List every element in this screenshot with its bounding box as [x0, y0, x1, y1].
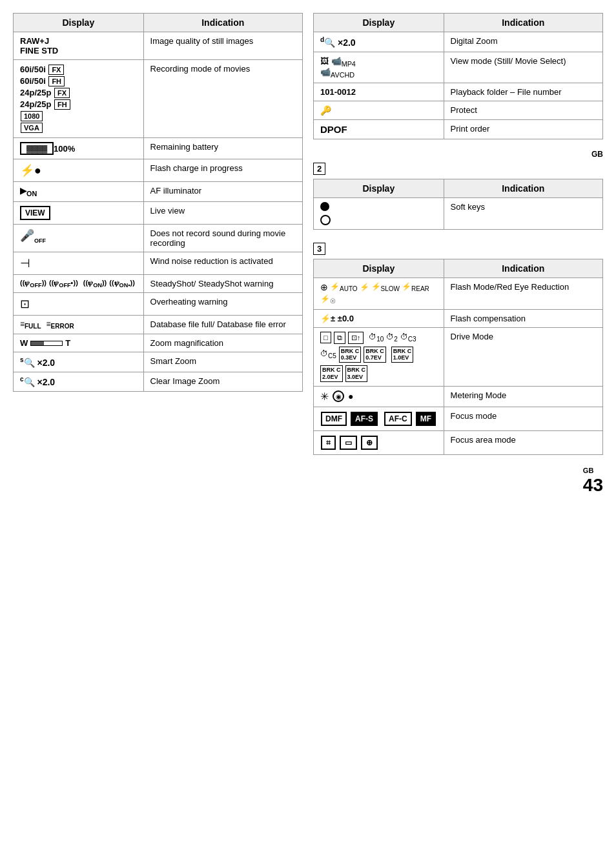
afs-box: AF-S [351, 412, 378, 426]
indication-text: Drive Mode [451, 332, 493, 341]
table-row: W T Zoom magnification [14, 334, 303, 352]
table-row: d🔍 ×2.0 Digital Zoom [314, 32, 603, 52]
page-layout: Display Indication RAW+JFINE STD Image q… [13, 13, 603, 496]
display-cell: ⚡± ±0.0 [314, 309, 444, 327]
gb-label-section2: GB [313, 150, 603, 159]
display-cell: ⊕ ⚡AUTO ⚡ ⚡SLOW ⚡REAR ⚡☉ [314, 278, 444, 309]
protect-icon: 🔑 [320, 105, 331, 116]
filled-circle-icon [320, 202, 329, 211]
flash-mode-icons: ⊕ ⚡AUTO ⚡ ⚡SLOW ⚡REAR ⚡☉ [320, 282, 437, 305]
indication-cell: Focus mode [444, 407, 602, 430]
display-cell: 60i/50i FX 60i/50i FH 24p/25p FX 24p/25p… [14, 60, 144, 138]
display-cell: □ ⧉ ⊡↑ ⏱10 ⏱2 ⏱C3 ⏱C5 BRK C0.3EV BRK C0.… [314, 327, 444, 386]
s2-col2-header: Indication [444, 179, 602, 197]
table-row: ⚡± ±0.0 Flash compensation [314, 309, 603, 327]
indication-text: Digital Zoom [451, 36, 498, 46]
dmf-box: DMF [321, 412, 347, 426]
indication-cell: Image quality of still images [143, 32, 302, 60]
indication-text: Flash Mode/Red Eye Reduction [451, 282, 570, 292]
indication-cell: Metering Mode [444, 386, 602, 407]
table-row: 🖼 📹MP4 📹AVCHD View mode (Still/ Movie Se… [314, 52, 603, 83]
overheat-icon: ⊡ [20, 298, 30, 310]
gb-label: GB [591, 150, 603, 159]
indication-text: Zoom magnification [150, 338, 223, 348]
mic-off-icon: 🎤OFF [20, 229, 46, 242]
indication-text: Playback folder – File number [451, 87, 562, 97]
focus-area-icons: ⌗ ▭ ⊕ [320, 435, 437, 450]
indication-text: Overheating warning [150, 297, 228, 307]
s3-col2-header: Indication [444, 259, 602, 278]
display-cell: 🖼 📹MP4 📹AVCHD [314, 52, 444, 83]
table-row: ▓▓▓▓ 100% Remaining battery [14, 138, 303, 159]
indication-cell: Smart Zoom [143, 352, 302, 372]
flash-charge-icon: ⚡● [20, 164, 41, 177]
soft-keys-icons [320, 202, 437, 225]
clear-zoom-icon: c🔍 ×2.0 [20, 377, 55, 387]
table-row: ⊡ Overheating warning [14, 292, 303, 315]
zoom-bar-icon: W T [20, 338, 70, 348]
section-2-label: 2 [313, 163, 325, 175]
indication-cell: Zoom magnification [143, 334, 302, 352]
indication-cell: Soft keys [444, 197, 602, 229]
left-column: Display Indication RAW+JFINE STD Image q… [13, 13, 303, 496]
file-number-display: 101-0012 [320, 87, 356, 97]
indication-cell: Flash charge in progress [143, 159, 302, 182]
indication-cell: Protect [444, 101, 602, 119]
indication-text: Remaining battery [150, 142, 219, 152]
indication-text: SteadyShot/ SteadyShot warning [150, 279, 274, 288]
display-cell: ▶ON [14, 182, 144, 202]
display-cell [314, 197, 444, 229]
table-row: ▶ON AF illuminator [14, 182, 303, 202]
table-row: ✳ ◉ ● Metering Mode [314, 386, 603, 407]
indication-text: Metering Mode [451, 390, 507, 400]
display-cell: 101-0012 [314, 83, 444, 101]
drive-mode-icons: □ ⧉ ⊡↑ ⏱10 ⏱2 ⏱C3 ⏱C5 BRK C0.3EV BRK C0.… [320, 332, 437, 382]
right-col2-header: Indication [444, 14, 602, 32]
table-row: 🎤OFF Does not record sound during movie … [14, 224, 303, 252]
indication-cell: Focus area mode [444, 430, 602, 454]
display-cell: c🔍 ×2.0 [14, 372, 144, 392]
mf-box: MF [416, 412, 436, 426]
indication-text: Clear Image Zoom [150, 376, 220, 386]
table-row: DMF AF-S AF-C MF Focus mode [314, 407, 603, 430]
display-cell: ⊡ [14, 292, 144, 315]
indication-cell: Drive Mode [444, 327, 602, 386]
indication-cell: Live view [143, 201, 302, 224]
indication-cell: Does not record sound during movie recor… [143, 224, 302, 252]
indication-cell: View mode (Still/ Movie Select) [444, 52, 602, 83]
afc-box: AF-C [384, 412, 412, 426]
page-footer: GB 43 [313, 465, 603, 496]
focus-zone-box: ▭ [340, 436, 357, 450]
indication-cell: Remaining battery [143, 138, 302, 159]
display-cell: VIEW [14, 201, 144, 224]
indication-cell: Recording mode of movies [143, 60, 302, 138]
display-cell: DMF AF-S AF-C MF [314, 407, 444, 430]
indication-text: Live view [150, 206, 185, 216]
indication-text: Print order [451, 124, 490, 134]
table-row: 60i/50i FX 60i/50i FH 24p/25p FX 24p/25p… [14, 60, 303, 138]
dpof-label: DPOF [320, 124, 347, 135]
smart-zoom-icon: s🔍 ×2.0 [20, 358, 55, 368]
table-row: s🔍 ×2.0 Smart Zoom [14, 352, 303, 372]
indication-text: View mode (Still/ Movie Select) [451, 56, 566, 66]
indication-text: Image quality of still images [150, 36, 254, 46]
table-row: 101-0012 Playback folder – File number [314, 83, 603, 101]
table-row: RAW+JFINE STD Image quality of still ima… [14, 32, 303, 60]
indication-cell: Digital Zoom [444, 32, 602, 52]
display-cell: ((𝝍OFF)) ((𝝍OFF▪)) ((𝝍ON)) ((𝝍ON▪)) [14, 274, 144, 292]
display-cell: ⌗ ▭ ⊕ [314, 430, 444, 454]
indication-text: AF illuminator [150, 186, 201, 196]
focus-spot-box: ⊕ [361, 436, 378, 450]
database-icons: ≡FULL ≡ERROR [20, 319, 137, 330]
metering-mode-icons: ✳ ◉ ● [320, 390, 437, 403]
display-cell: RAW+JFINE STD [14, 32, 144, 60]
display-cell: ⚡● [14, 159, 144, 182]
indication-cell: Overheating warning [143, 292, 302, 315]
battery-display: ▓▓▓▓ 100% [20, 142, 75, 155]
indication-text: Does not record sound during movie recor… [150, 228, 286, 248]
indication-text: Database file full/ Database file error [150, 319, 286, 329]
table-row: □ ⧉ ⊡↑ ⏱10 ⏱2 ⏱C3 ⏱C5 BRK C0.3EV BRK C0.… [314, 327, 603, 386]
left-col1-header: Display [14, 14, 144, 32]
focus-mode-icons: DMF AF-S AF-C MF [320, 411, 437, 427]
left-col2-header: Indication [143, 14, 302, 32]
